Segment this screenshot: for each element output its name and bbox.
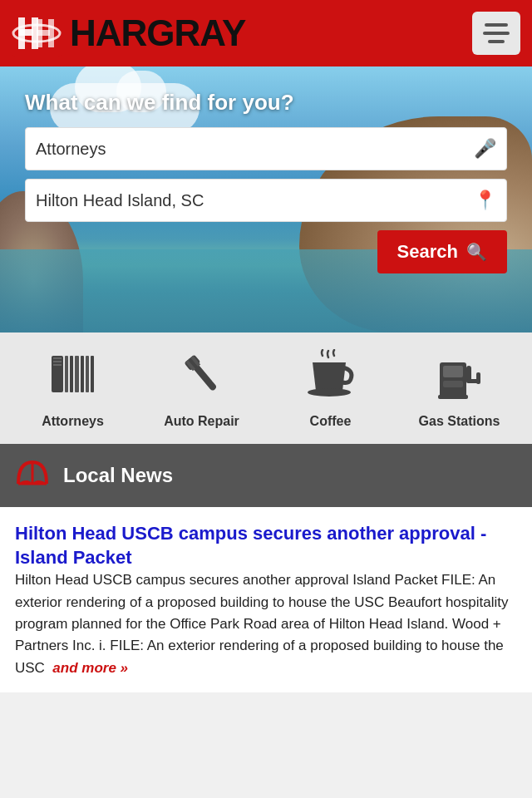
svg-rect-6: [48, 19, 54, 47]
svg-rect-14: [75, 356, 79, 392]
svg-rect-17: [91, 356, 94, 392]
logo-area: HARGRAY: [12, 11, 245, 57]
svg-rect-12: [65, 356, 68, 392]
wrench-icon: [177, 349, 227, 406]
local-news-header: Local News: [0, 444, 532, 507]
svg-rect-9: [53, 357, 62, 359]
gas-station-icon: [435, 349, 485, 406]
article-body: Hilton Head USCB campus secures another …: [15, 569, 517, 679]
search-location-wrap: 📍: [25, 179, 507, 222]
svg-rect-2: [18, 29, 33, 36]
quick-categories: Attorneys Auto Repair: [0, 332, 532, 444]
svg-rect-29: [438, 395, 468, 399]
svg-rect-13: [70, 356, 73, 392]
menu-line-1: [485, 23, 508, 27]
svg-rect-24: [443, 366, 463, 377]
coffee-label: Coffee: [310, 414, 352, 429]
category-gas-stations[interactable]: Gas Stations: [410, 349, 510, 429]
news-article: Hilton Head USCB campus secures another …: [0, 507, 532, 692]
attorneys-icon: [48, 349, 98, 406]
svg-rect-10: [53, 361, 62, 362]
svg-rect-25: [443, 381, 463, 387]
svg-rect-15: [81, 356, 84, 392]
search-button-label: Search: [397, 241, 458, 263]
local-news-title: Local News: [63, 464, 173, 487]
app-header: HARGRAY: [0, 0, 532, 66]
microphone-icon[interactable]: 🎤: [474, 138, 496, 160]
article-more-link[interactable]: and more »: [52, 660, 128, 676]
menu-line-2: [483, 32, 510, 35]
hargray-logo-icon: [12, 11, 62, 57]
svg-point-22: [308, 388, 351, 397]
hero-content: What can we find for you? 🎤 📍 Search 🔍: [0, 66, 532, 332]
svg-rect-11: [53, 364, 62, 366]
search-button[interactable]: Search 🔍: [377, 230, 507, 273]
logo-text: HARGRAY: [70, 12, 245, 54]
menu-line-3: [488, 40, 505, 43]
auto-repair-label: Auto Repair: [164, 414, 239, 429]
svg-rect-16: [86, 356, 89, 392]
hero-title: What can we find for you?: [25, 90, 507, 116]
category-coffee[interactable]: Coffee: [281, 349, 381, 429]
search-query-input[interactable]: [36, 140, 474, 159]
category-auto-repair[interactable]: Auto Repair: [152, 349, 252, 429]
search-magnifier-icon: 🔍: [466, 242, 487, 262]
news-book-icon: [15, 456, 50, 495]
svg-rect-5: [37, 30, 50, 36]
search-query-wrap: 🎤: [25, 127, 507, 170]
svg-rect-28: [476, 372, 480, 384]
category-attorneys[interactable]: Attorneys: [23, 349, 123, 429]
attorneys-label: Attorneys: [42, 414, 104, 429]
coffee-icon: [306, 349, 356, 406]
location-pin-icon[interactable]: 📍: [474, 190, 496, 211]
hero-section: What can we find for you? 🎤 📍 Search 🔍: [0, 66, 532, 332]
menu-button[interactable]: [472, 12, 520, 55]
search-location-input[interactable]: [36, 191, 474, 210]
gas-stations-label: Gas Stations: [419, 414, 500, 429]
article-title-link[interactable]: Hilton Head USCB campus secures another …: [15, 523, 486, 568]
